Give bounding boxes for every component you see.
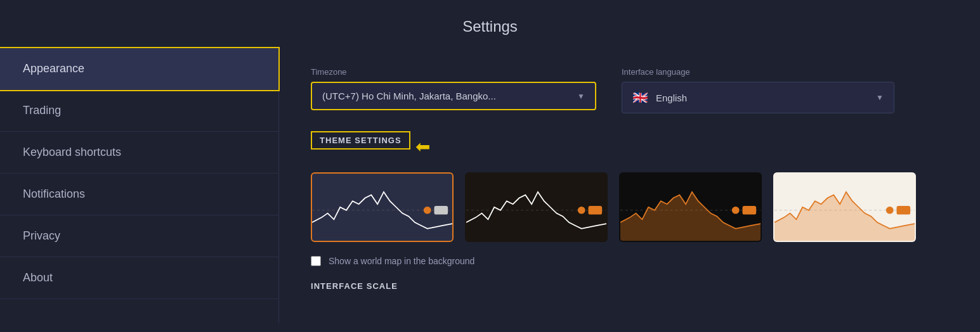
svg-rect-13	[897, 206, 911, 214]
language-chevron-icon: ▼	[876, 93, 884, 102]
world-map-checkbox[interactable]	[311, 256, 321, 266]
svg-marker-7	[620, 192, 761, 241]
svg-point-8	[732, 207, 740, 214]
sidebar: Appearance Trading Keyboard shortcuts No…	[0, 48, 279, 323]
timezone-chevron-icon: ▼	[577, 92, 585, 101]
sidebar-item-privacy[interactable]: Privacy	[0, 215, 278, 257]
svg-point-4	[578, 207, 585, 214]
svg-point-1	[424, 207, 431, 214]
svg-rect-9	[743, 206, 757, 214]
interface-scale-title: INTERFACE SCALE	[311, 281, 948, 291]
theme-card-dark1[interactable]	[311, 172, 454, 242]
theme-card-light[interactable]: ⬆	[773, 172, 916, 242]
main-content: Timezone (UTC+7) Ho Chi Minh, Jakarta, B…	[279, 48, 980, 323]
language-label: Interface language	[622, 67, 894, 77]
sidebar-item-appearance[interactable]: Appearance	[0, 48, 278, 90]
timezone-label: Timezone	[311, 67, 596, 77]
timezone-select[interactable]: (UTC+7) Ho Chi Minh, Jakarta, Bangko... …	[311, 82, 596, 110]
svg-rect-2	[434, 206, 448, 214]
theme-card-dark2[interactable]	[465, 172, 608, 242]
flag-icon: 🇬🇧	[632, 90, 648, 105]
arrow-indicator-icon: ⬅	[415, 136, 430, 156]
sidebar-item-notifications[interactable]: Notifications	[0, 174, 278, 215]
svg-rect-5	[589, 206, 603, 214]
sidebar-item-about[interactable]: About	[0, 257, 278, 299]
sidebar-item-trading[interactable]: Trading	[0, 90, 278, 132]
svg-point-12	[886, 207, 894, 214]
world-map-label[interactable]: Show a world map in the background	[329, 256, 474, 266]
theme-settings-title: THEME SETTINGS	[311, 131, 410, 150]
theme-card-dark3[interactable]	[619, 172, 762, 242]
svg-marker-11	[774, 192, 915, 241]
page-title: Settings	[0, 0, 980, 48]
sidebar-item-keyboard-shortcuts[interactable]: Keyboard shortcuts	[0, 132, 278, 174]
language-select[interactable]: 🇬🇧 English ▼	[622, 82, 894, 113]
